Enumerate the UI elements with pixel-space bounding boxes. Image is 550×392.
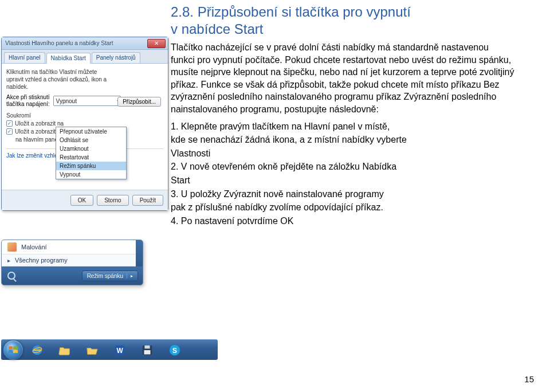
intro-paragraph: Tlačítko nacházející se v pravé dolní čá… [171,41,514,116]
power-action-dropdown[interactable]: Vypnout ▾ [53,96,121,106]
tab-main-panel[interactable]: Hlavní panel [4,52,45,63]
folder-icon [58,344,71,356]
dialog-title: Vlastnosti Hlavního panelu a nabídky Sta… [5,40,113,46]
step-2b: Start [171,174,514,187]
step-4: 4. Po nastavení potvrdíme OK [171,215,514,228]
dropdown-value: Vypnout [56,98,77,104]
taskbar-explorer-open[interactable] [79,342,105,359]
taskbar: W S [1,339,218,360]
start-menu-fragment: Malování ▸ Všechny programy Režim spánku… [1,240,143,285]
menu-item-shutdown[interactable]: Vypnout [56,170,126,179]
step-list: 1. Klepněte pravým tlačítkem na Hlavní p… [171,120,514,228]
privacy-check-1[interactable]: ✓ Uložit a zobrazit na [6,120,163,127]
taskbar-save[interactable] [134,342,160,359]
folder-open-icon [86,344,99,356]
start-button[interactable] [3,340,23,360]
dialog-hint: Kliknutím na tlačítko Vlastní můžete upr… [6,68,115,91]
taskbar-word[interactable]: W [107,342,133,359]
menu-item-switch-user[interactable]: Přepnout uživatele [56,127,126,136]
cancel-button[interactable]: Storno [97,195,128,206]
dialog-tabs: Hlavní panel Nabídka Start Panely nástro… [2,50,168,64]
taskbar-ie[interactable] [24,342,50,359]
apply-button[interactable]: Použít [132,195,163,206]
search-icon [7,272,15,280]
properties-dialog: Vlastnosti Hlavního panelu a nabídky Sta… [1,37,168,211]
ok-button[interactable]: OK [70,195,93,206]
dialog-button-row: OK Storno Použít [2,190,168,210]
step-3a: 3. U položky Zvýraznit nově nainstalovan… [171,188,514,201]
chevron-right-icon: ▸ [127,273,133,279]
svg-text:W: W [116,346,123,354]
step-2a: 2. V nově otevřeném okně přejděte na zál… [171,160,514,173]
svg-rect-6 [144,350,151,354]
svg-text:S: S [172,346,177,354]
skype-icon: S [168,344,181,356]
step-3b: pak z příslušné nabídky zvolíme odpovída… [171,201,514,214]
taskbar-explorer[interactable] [52,342,78,359]
power-button[interactable]: Režim spánku ▸ [82,271,138,281]
power-action-menu[interactable]: Přepnout uživatele Odhlásit se Uzamknout… [56,127,127,179]
article-text: 2.8. Přizpůsobení si tlačítka pro vypnut… [171,3,514,228]
svg-rect-5 [144,345,150,348]
start-menu-side [136,240,143,266]
dialog-titlebar: Vlastnosti Hlavního panelu a nabídky Sta… [2,37,168,50]
word-icon: W [113,344,126,356]
page-number: 15 [524,374,534,384]
customize-button[interactable]: Přizpůsobit... [117,97,161,107]
close-icon: ✕ [154,40,159,46]
paint-icon [7,242,17,252]
check1-text: Uložit a zobrazit na [15,120,64,127]
shutdown-area: Režim spánku ▸ [2,266,143,285]
step-1c: Vlastnosti [171,147,514,160]
heading: 2.8. Přizpůsobení si tlačítka pro vypnut… [171,3,514,38]
checkbox-icon: ✓ [6,120,13,127]
step-1b: kde se nenachází žádná ikona, a z místní… [171,134,514,146]
taskbar-skype[interactable]: S [162,342,188,359]
tab-toolbars[interactable]: Panely nástrojů [92,52,140,63]
menu-item-logoff[interactable]: Odhlásit se [56,136,126,144]
menu-item-restart[interactable]: Restartovat [56,153,126,162]
start-item-paint[interactable]: Malování [2,240,143,254]
tab-start-menu[interactable]: Nabídka Start [46,53,91,64]
menu-item-sleep[interactable]: Režim spánku [56,162,126,170]
dialog-body: Kliknutím na tlačítko Vlastní můžete upr… [2,64,168,190]
menu-item-lock[interactable]: Uzamknout [56,144,126,153]
checkbox-icon: ✓ [6,128,13,135]
power-action-label: Akce při stisknutí tlačítka napájení: [6,94,50,108]
all-programs[interactable]: ▸ Všechny programy [2,254,143,266]
heading-line2: v nabídce Start [171,21,263,37]
close-button[interactable]: ✕ [147,39,166,48]
chevron-right-icon: ▸ [7,257,10,264]
power-button-label: Režim spánku [87,273,123,279]
heading-line1: 2.8. Přizpůsobení si tlačítka pro vypnut… [171,4,411,19]
step-1a: 1. Klepněte pravým tlačítkem na Hlavní p… [171,120,514,133]
ie-icon [31,344,44,356]
floppy-icon [141,344,154,356]
windows-logo-icon [8,346,18,355]
privacy-label: Soukromí [6,112,163,119]
